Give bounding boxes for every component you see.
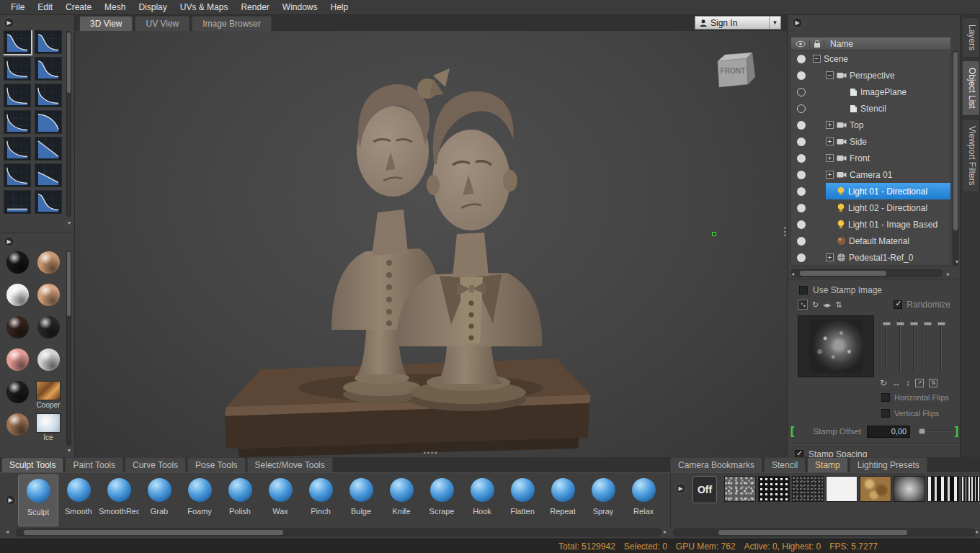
material-swatch-pink[interactable] xyxy=(4,347,31,379)
splitter-handle-bottom[interactable]: •••• xyxy=(424,449,439,457)
traytab-stencil[interactable]: Stencil xyxy=(764,457,806,472)
stamp-slider-3[interactable] xyxy=(907,315,921,376)
menu-file[interactable]: File xyxy=(4,1,31,14)
keyframe-bracket-right[interactable]: ] xyxy=(955,426,958,437)
tree-row-light-01-image-based[interactable]: Light 01 - Image Based xyxy=(791,216,950,233)
falloff-preset-flat[interactable] xyxy=(4,190,31,214)
flip-horizontal-icon[interactable]: ↔ xyxy=(892,379,901,387)
horizontal-flips-checkbox[interactable] xyxy=(881,393,890,402)
stamp-thumbnail-gray-noise[interactable] xyxy=(724,476,756,502)
stamps-scrollbar[interactable] xyxy=(673,529,976,536)
sign-in-button[interactable]: Sign In ▼ xyxy=(695,16,781,30)
falloff-preset-convex[interactable] xyxy=(35,110,62,134)
tool-bulge[interactable]: Bulge xyxy=(341,475,381,526)
side-tab-object-list[interactable]: Object List xyxy=(963,60,980,116)
tools-scrollbar[interactable] xyxy=(16,529,662,536)
tree-row-stencil[interactable]: Stencil xyxy=(791,100,950,117)
stamp-offset-input[interactable] xyxy=(867,426,910,438)
tree-row-perspective[interactable]: −Perspective xyxy=(791,67,950,84)
randomize-checkbox[interactable] xyxy=(894,300,902,309)
edit-stamp-icon[interactable]: ⇅ xyxy=(929,379,937,387)
object-list-hscrollbar[interactable] xyxy=(790,269,943,277)
falloff-preset-s-curve[interactable] xyxy=(35,190,62,214)
viewport-3d[interactable]: FRONT •••• ••• xyxy=(75,31,787,457)
tools-scroll-right-icon[interactable]: ▸ xyxy=(664,529,667,535)
object-list-hscroll-left-icon[interactable]: ◂ xyxy=(791,271,794,277)
falloff-preset-s-curve[interactable] xyxy=(35,30,62,54)
tooltab-select-move-tools[interactable]: Select/Move Tools xyxy=(247,457,333,472)
side-tab-layers[interactable]: Layers xyxy=(963,17,980,58)
object-list-vscroll-down-icon[interactable]: ▾ xyxy=(956,258,958,265)
rotate-stamp-icon[interactable]: ↻ xyxy=(880,379,887,387)
traytab-camera-bookmarks[interactable]: Camera Bookmarks xyxy=(670,457,762,472)
collapse-toggle-icon[interactable]: − xyxy=(813,55,821,63)
export-stamp-icon[interactable]: ↗ xyxy=(915,379,924,387)
stamp-slider-1[interactable] xyxy=(880,315,894,376)
use-stamp-image-checkbox[interactable] xyxy=(799,286,808,295)
tree-row-side[interactable]: +Side xyxy=(791,133,950,150)
visibility-toggle[interactable] xyxy=(797,171,806,179)
menu-help[interactable]: Help xyxy=(324,1,355,14)
material-swatch-dark-gray[interactable] xyxy=(35,315,62,347)
material-scroll-down-icon[interactable]: ▾ xyxy=(68,447,71,454)
material-swatch-black-gloss[interactable] xyxy=(4,250,31,282)
visibility-toggle[interactable] xyxy=(797,253,806,262)
material-swatch-brown[interactable] xyxy=(4,412,31,444)
tool-scrape[interactable]: Scrape xyxy=(422,475,462,526)
tooltab-pose-tools[interactable]: Pose Tools xyxy=(187,457,245,472)
tool-repeat[interactable]: Repeat xyxy=(543,475,583,526)
expand-toggle-icon[interactable]: + xyxy=(826,121,834,129)
falloff-scrollbar[interactable] xyxy=(66,31,71,217)
falloff-preset-steep[interactable] xyxy=(4,84,31,107)
material-swatch-white[interactable] xyxy=(4,282,31,315)
tool-hook[interactable]: Hook xyxy=(462,475,502,526)
visibility-toggle[interactable] xyxy=(797,121,806,130)
tool-foamy[interactable]: Foamy xyxy=(179,475,220,526)
tooltab-curve-tools[interactable]: Curve Tools xyxy=(125,457,186,472)
traytab-lighting-presets[interactable]: Lighting Presets xyxy=(850,457,927,472)
falloff-scroll-down-icon[interactable]: ▾ xyxy=(68,220,71,226)
visibility-toggle[interactable] xyxy=(797,154,806,163)
tool-sculpt[interactable]: Sculpt xyxy=(18,475,58,526)
tree-row-camera-01[interactable]: +Camera 01 xyxy=(791,166,950,183)
splitter-handle-right[interactable]: ••• xyxy=(783,227,786,238)
stamp-tray-expand-arrow-icon[interactable]: ▶ xyxy=(675,483,686,494)
falloff-preset-shallow[interactable] xyxy=(35,163,62,187)
material-swatch-tan-skin[interactable] xyxy=(35,250,62,282)
flip-vertical-icon[interactable]: ↕ xyxy=(906,379,910,387)
stamp-thumbnail-white-dots[interactable] xyxy=(758,476,790,502)
stamp-slider-5[interactable] xyxy=(935,315,948,376)
vertical-flips-checkbox[interactable] xyxy=(881,409,890,418)
tool-flatten[interactable]: Flatten xyxy=(502,475,543,526)
material-swatch-cooper[interactable]: Cooper xyxy=(35,379,62,412)
tree-row-front[interactable]: +Front xyxy=(791,150,950,166)
traytab-stamp[interactable]: Stamp xyxy=(807,457,848,472)
sign-in-dropdown-icon[interactable]: ▼ xyxy=(769,17,780,29)
tool-spray[interactable]: Spray xyxy=(583,475,623,526)
tool-pinch[interactable]: Pinch xyxy=(300,475,341,526)
tree-row-light-02-directional[interactable]: Light 02 - Directional xyxy=(791,199,950,216)
side-tab-viewport-filters[interactable]: Viewport Filters xyxy=(963,119,980,192)
lock-column-lock-icon[interactable] xyxy=(810,40,824,48)
menu-display[interactable]: Display xyxy=(132,1,173,14)
tools-tray-expand-arrow-icon[interactable]: ▶ xyxy=(5,495,16,505)
keyframe-bracket-left[interactable]: [ xyxy=(790,426,794,437)
tab-uv-view[interactable]: UV View xyxy=(135,16,190,31)
visibility-toggle[interactable] xyxy=(797,138,806,146)
material-swatch-silver[interactable] xyxy=(35,347,62,379)
tool-polish[interactable]: Polish xyxy=(220,475,260,526)
falloff-preset-s-curve[interactable] xyxy=(4,30,31,54)
tree-row-pedestal1-ref-0[interactable]: +Pedestal1-Ref_0 xyxy=(791,249,950,266)
stamp-offset-slider[interactable] xyxy=(916,427,954,436)
visibility-toggle[interactable] xyxy=(797,237,806,246)
tool-grab[interactable]: Grab xyxy=(139,475,179,526)
stamp-thumbnail-brown-crumple[interactable] xyxy=(860,476,891,502)
visibility-toggle[interactable] xyxy=(797,104,806,113)
material-swatch-black[interactable] xyxy=(4,379,31,412)
stamp-slider-4[interactable] xyxy=(921,315,935,376)
stamp-thumbnail-soft-blob[interactable] xyxy=(894,476,925,502)
visibility-column-eye-icon[interactable] xyxy=(791,40,810,48)
stamp-preview-image[interactable] xyxy=(809,320,863,373)
tree-row-default-material[interactable]: Default Material xyxy=(791,233,950,249)
stamp-thumbnail-solid-white[interactable] xyxy=(826,476,858,502)
